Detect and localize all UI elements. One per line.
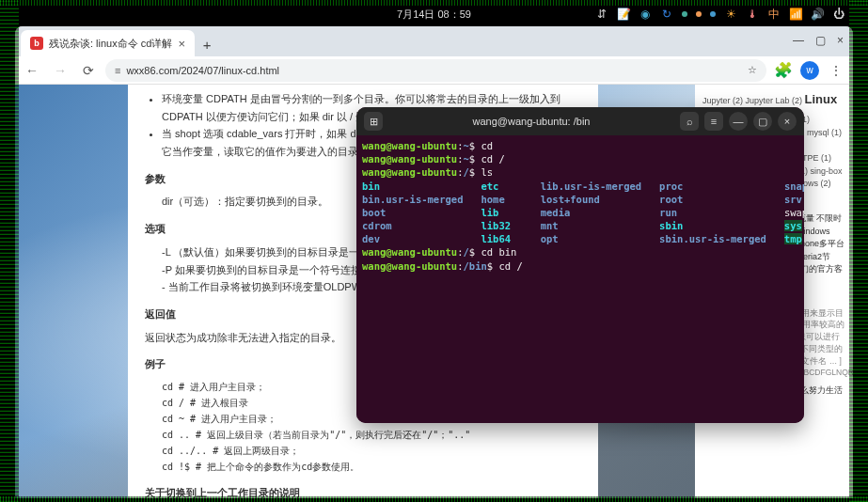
forward-button[interactable]: → [49,59,71,82]
example-line: cd .. # 返回上级目录（若当前目录为"/"，则执行完后还在"/"；".." [162,427,581,443]
reload-button[interactable]: ⟳ [77,59,100,82]
window-close-button[interactable]: × [837,34,844,47]
terminal-titlebar[interactable]: ⊞ wang@wang-ubuntu: /bin ⌕ ≡ — ▢ × [356,107,804,135]
back-button[interactable]: ← [21,59,43,82]
example-line: cd !$ # 把上个命令的参数作为cd参数使用。 [162,459,581,475]
tab-close-button[interactable]: × [178,37,185,51]
chrome-menu-button[interactable]: ⋮ [825,59,847,82]
url-text: wxx86.com/2024/07/linux-cd.html [126,65,279,76]
input-method-icon[interactable]: 中 [767,8,781,21]
terminal-body[interactable]: wang@wang-ubuntu:~$ cd wang@wang-ubuntu:… [356,135,804,423]
example-line: cd ../.. # 返回上两级目录； [162,443,581,459]
vol-icon[interactable]: 🔊 [811,8,824,21]
terminal-search-button[interactable]: ⌕ [680,112,699,131]
browser-tab[interactable]: b 残说杂谈: linux命令 cd详解 × [21,30,195,56]
swap-icon[interactable]: ⇵ [595,8,608,21]
extensions-button[interactable]: 🧩 [772,59,795,82]
indicator-dot [682,11,687,17]
window-minimize-button[interactable]: — [793,34,804,47]
site-info-icon[interactable]: ≡ [115,65,120,76]
terminal-new-tab-button[interactable]: ⊞ [364,112,383,131]
temp-icon[interactable]: 🌡 [746,8,759,21]
reload-icon[interactable]: ↻ [660,8,673,21]
bookmark-star-icon[interactable]: ☆ [748,64,757,76]
gnome-topbar: 7月14日 08：59 ⇵ 📝 ◉ ↻ ☀ 🌡 中 📶 🔊 ⏻ [15,4,853,24]
terminal-window: ⊞ wang@wang-ubuntu: /bin ⌕ ≡ — ▢ × wang@… [356,107,804,423]
terminal-maximize-button[interactable]: ▢ [753,112,772,131]
terminal-menu-button[interactable]: ≡ [704,112,723,131]
profile-avatar[interactable]: w [800,61,819,80]
power-icon[interactable]: ⏻ [832,8,845,21]
system-tray[interactable]: ⇵ 📝 ◉ ↻ ☀ 🌡 中 📶 🔊 ⏻ [595,8,853,21]
url-bar[interactable]: ≡ wxx86.com/2024/07/linux-cd.html ☆ [105,59,766,82]
weather-icon[interactable]: ☀ [724,8,737,21]
terminal-minimize-button[interactable]: — [729,112,748,131]
note-icon[interactable]: 📝 [617,8,630,21]
heading-prev: 关于切换到上一个工作目录的说明 [145,484,581,498]
new-tab-button[interactable]: + [195,32,219,56]
network-icon[interactable]: 📶 [789,8,802,21]
clock[interactable]: 7月14日 08：59 [397,8,471,22]
window-maximize-button[interactable]: ▢ [815,34,826,47]
browser-toolbar: ← → ⟳ ≡ wxx86.com/2024/07/linux-cd.html … [15,56,853,85]
tab-title: 残说杂谈: linux命令 cd详解 [49,37,172,51]
indicator-dot [696,11,702,17]
terminal-title: wang@wang-ubuntu: /bin [388,116,674,127]
tab-strip: b 残说杂谈: linux命令 cd详解 × + [15,26,853,56]
indicator-dot [710,11,716,17]
favicon-icon: b [30,37,43,50]
circle-icon[interactable]: ◉ [639,8,652,21]
terminal-close-button[interactable]: × [778,112,797,131]
